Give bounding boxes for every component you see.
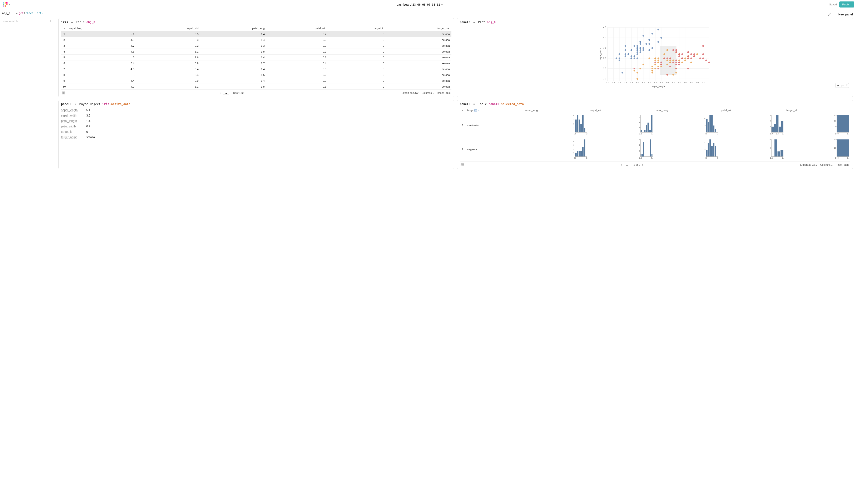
- svg-text:1: 1: [573, 127, 574, 129]
- scatter-plot[interactable]: 4.04.24.44.64.85.05.25.45.65.86.06.26.46…: [460, 26, 850, 88]
- svg-text:2.2: 2.2: [639, 133, 642, 135]
- svg-rect-305: [643, 142, 644, 156]
- svg-text:5.6: 5.6: [654, 82, 657, 84]
- svg-point-187: [660, 64, 662, 65]
- table-row[interactable]: 553.61.40.20setosa: [61, 55, 451, 61]
- table-row[interactable]: 34.73.21.30.20setosa: [61, 43, 451, 49]
- svg-text:2.20: 2.20: [847, 157, 849, 159]
- cursor-icon[interactable]: ▷: [840, 83, 845, 87]
- table-row[interactable]: 65.43.91.70.40setosa: [61, 61, 451, 66]
- svg-point-88: [634, 45, 635, 47]
- column-header[interactable]: target_nar: [386, 26, 451, 31]
- panel-header[interactable]: panel2 = Table panel0.selected_data: [460, 102, 850, 106]
- column-header[interactable]: sepal_leng: [523, 107, 589, 113]
- svg-text:6.5: 6.5: [586, 133, 588, 135]
- cell: 3.1: [136, 84, 200, 90]
- export-csv-button[interactable]: Export as CSV: [800, 164, 817, 166]
- cell: 0: [328, 31, 386, 37]
- cell: 0.2: [266, 78, 328, 84]
- table-row[interactable]: 1versicolor12345.96.52462.23.4244.05.224…: [460, 113, 850, 137]
- svg-text:1.4: 1.4: [776, 133, 779, 135]
- new-panel-button[interactable]: + New panel: [835, 12, 853, 16]
- cell: 4.4: [67, 78, 136, 84]
- app-logo[interactable]: [3, 2, 7, 7]
- column-header[interactable]: petal_wid: [266, 26, 328, 31]
- table-row[interactable]: 94.42.91.40.20setosa: [61, 78, 451, 84]
- table-row[interactable]: 74.63.41.40.30setosa: [61, 66, 451, 72]
- svg-point-158: [687, 68, 689, 69]
- prev-page-button[interactable]: ‹: [220, 91, 221, 95]
- more-icon[interactable]: 7: [845, 83, 848, 87]
- first-page-button[interactable]: ←: [216, 91, 218, 95]
- edit-icon[interactable]: [828, 13, 831, 16]
- page-input[interactable]: [624, 163, 630, 166]
- svg-text:sepal_length: sepal_length: [652, 85, 665, 87]
- chevron-down-icon: ▾: [441, 3, 443, 6]
- table-row[interactable]: 44.63.11.50.20setosa: [61, 49, 451, 55]
- view-icon: [474, 110, 477, 112]
- object-field: sepal_length5.1: [61, 107, 451, 113]
- svg-point-164: [660, 62, 662, 63]
- publish-button[interactable]: Publish: [839, 1, 854, 7]
- column-header[interactable]: targe ↑: [466, 107, 523, 113]
- export-csv-button[interactable]: Export as CSV: [401, 91, 419, 95]
- column-header[interactable]: target_id: [328, 26, 386, 31]
- table-icon[interactable]: [460, 164, 464, 166]
- svg-point-172: [702, 53, 704, 55]
- column-header[interactable]: petal_leng: [200, 26, 266, 31]
- svg-rect-348: [837, 139, 849, 156]
- field-key: target_name: [61, 135, 81, 139]
- column-header[interactable]: target_id: [785, 107, 850, 113]
- columns-button[interactable]: Columns...: [820, 164, 833, 166]
- table-row[interactable]: 24.931.40.20setosa: [61, 37, 451, 43]
- column-header[interactable]: sepal_leng: [67, 26, 136, 31]
- prev-page-button[interactable]: ‹: [621, 164, 622, 166]
- next-page-button[interactable]: ›: [642, 164, 643, 166]
- page-input[interactable]: [223, 91, 229, 95]
- svg-point-83: [642, 35, 644, 36]
- svg-text:4.0: 4.0: [705, 133, 707, 135]
- variable-obj_0[interactable]: obj_0 = get("local-art…: [0, 9, 54, 17]
- reset-table-button[interactable]: Reset Table: [836, 164, 849, 166]
- svg-text:15: 15: [834, 114, 836, 116]
- cell: setosa: [386, 61, 451, 66]
- columns-button[interactable]: Columns...: [421, 91, 434, 95]
- svg-point-121: [663, 53, 665, 55]
- column-header[interactable]: sepal_wid: [136, 26, 200, 31]
- table-row[interactable]: 104.93.11.50.10setosa: [61, 84, 451, 90]
- filter-icon[interactable]: ▼: [461, 109, 464, 112]
- panel-header[interactable]: iris = Table obj_0: [61, 20, 451, 24]
- svg-point-76: [637, 57, 638, 59]
- svg-point-186: [693, 55, 695, 57]
- svg-point-68: [639, 47, 641, 49]
- cell: 3: [61, 43, 67, 49]
- filter-icon[interactable]: ▼: [63, 27, 65, 30]
- dashboard-title[interactable]: dashboard-23_06_06_07_38_31▾: [10, 3, 829, 6]
- reset-table-button[interactable]: Reset Table: [437, 91, 451, 95]
- panel-header[interactable]: panel1 = Maybe.Object iris.active_data: [61, 102, 451, 106]
- panel-header[interactable]: panel0 = Plot obj_0: [460, 20, 850, 24]
- column-header[interactable]: sepal_wid: [588, 107, 654, 113]
- svg-point-138: [675, 72, 677, 73]
- column-header[interactable]: petal_leng: [654, 107, 719, 113]
- cell: 1.4: [200, 66, 266, 72]
- new-variable-button[interactable]: New variable +: [0, 17, 54, 25]
- svg-rect-290: [582, 147, 584, 156]
- svg-rect-261: [781, 121, 784, 132]
- table-row[interactable]: 2virginica24685.96.52462.25.8244.65.8510…: [460, 137, 850, 162]
- table-icon[interactable]: [62, 91, 65, 95]
- cell: 5: [61, 55, 67, 61]
- last-page-button[interactable]: →: [249, 91, 251, 95]
- last-page-button[interactable]: →: [645, 164, 648, 166]
- table-row[interactable]: 853.41.50.20setosa: [61, 72, 451, 78]
- column-header[interactable]: petal_wid: [719, 107, 785, 113]
- next-page-button[interactable]: ›: [246, 91, 247, 95]
- cell: 1.5: [200, 84, 266, 90]
- svg-text:6.5: 6.5: [586, 157, 588, 159]
- zoom-icon[interactable]: ⊕: [836, 83, 840, 87]
- table-row[interactable]: 15.13.51.40.20setosa: [61, 31, 451, 37]
- first-page-button[interactable]: ←: [617, 164, 619, 166]
- svg-point-140: [652, 68, 653, 69]
- svg-point-157: [705, 60, 707, 61]
- cell: 4.6: [67, 49, 136, 55]
